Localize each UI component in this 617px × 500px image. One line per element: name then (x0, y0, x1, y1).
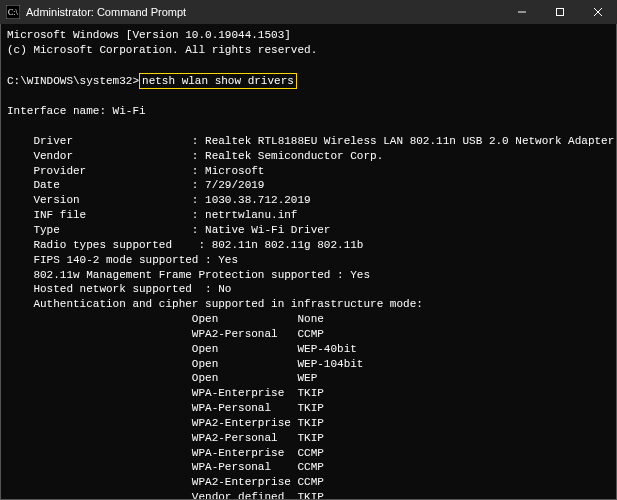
window-controls (503, 0, 617, 24)
field-driver: Driver : Realtek RTL8188EU Wireless LAN … (7, 135, 614, 147)
field-provider: Provider : Microsoft (7, 165, 264, 177)
cipher-row: Open WEP-40bit (7, 343, 357, 355)
cipher-row: Open None (7, 313, 324, 325)
field-radio: Radio types supported : 802.11n 802.11g … (7, 239, 363, 251)
field-vendor: Vendor : Realtek Semiconductor Corp. (7, 150, 383, 162)
close-button[interactable] (579, 0, 617, 24)
highlighted-command: netsh wlan show drivers (139, 73, 297, 90)
titlebar-left: C:\ Administrator: Command Prompt (6, 5, 186, 19)
cipher-row: Open WEP (7, 372, 317, 384)
field-auth-header: Authentication and cipher supported in i… (7, 298, 423, 310)
cipher-row: WPA2-Personal TKIP (7, 432, 324, 444)
cipher-row: WPA-Enterprise CCMP (7, 447, 324, 459)
cipher-row: WPA-Personal CCMP (7, 461, 324, 473)
field-inf: INF file : netrtwlanu.inf (7, 209, 297, 221)
svg-text:C:\: C:\ (8, 8, 19, 17)
interface-line: Interface name: Wi-Fi (7, 105, 146, 117)
prompt-path: C:\WINDOWS\system32> (7, 75, 139, 87)
minimize-button[interactable] (503, 0, 541, 24)
field-date: Date : 7/29/2019 (7, 179, 264, 191)
console-output[interactable]: Microsoft Windows [Version 10.0.19044.15… (0, 24, 617, 500)
window-title: Administrator: Command Prompt (26, 6, 186, 18)
maximize-button[interactable] (541, 0, 579, 24)
cipher-row: WPA2-Enterprise CCMP (7, 476, 324, 488)
banner-line2: (c) Microsoft Corporation. All rights re… (7, 44, 317, 56)
cipher-row: Open WEP-104bit (7, 358, 363, 370)
cipher-row: WPA-Personal TKIP (7, 402, 324, 414)
field-version: Version : 1030.38.712.2019 (7, 194, 311, 206)
banner-line1: Microsoft Windows [Version 10.0.19044.15… (7, 29, 291, 41)
field-hosted: Hosted network supported : No (7, 283, 231, 295)
window-titlebar: C:\ Administrator: Command Prompt (0, 0, 617, 24)
cipher-row: WPA2-Personal CCMP (7, 328, 324, 340)
cipher-row: Vendor defined TKIP (7, 491, 324, 500)
cmd-icon: C:\ (6, 5, 20, 19)
field-type: Type : Native Wi-Fi Driver (7, 224, 330, 236)
cipher-row: WPA-Enterprise TKIP (7, 387, 324, 399)
field-fips: FIPS 140-2 mode supported : Yes (7, 254, 238, 266)
svg-rect-3 (557, 9, 564, 16)
cipher-row: WPA2-Enterprise TKIP (7, 417, 324, 429)
field-mgmt: 802.11w Management Frame Protection supp… (7, 269, 370, 281)
